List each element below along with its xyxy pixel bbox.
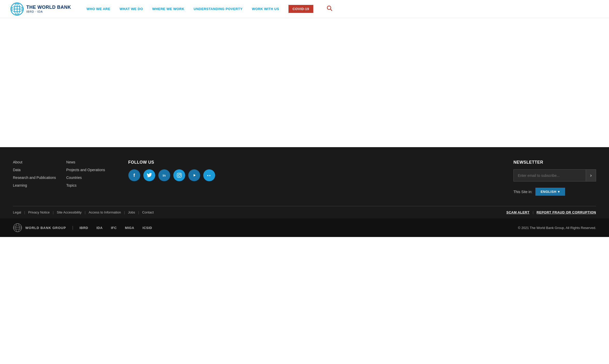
newsletter-submit-button[interactable]: ›: [586, 170, 596, 181]
twitter-icon[interactable]: [143, 169, 155, 181]
footer-follow-section: FOLLOW US f in ●●: [118, 160, 503, 196]
logo-text: THE WORLD BANK IBRD · IDA: [26, 5, 71, 13]
footer-link-data[interactable]: Data: [13, 168, 56, 172]
language-selector-button[interactable]: ENGLISH ▾: [535, 188, 565, 196]
facebook-icon[interactable]: f: [128, 169, 140, 181]
site-language-label: This Site in:: [513, 190, 532, 194]
separator-5: |: [138, 210, 139, 214]
footer-col-2: News Projects and Operations Countries T…: [66, 160, 108, 196]
copyright-text: © 2021 The World Bank Group, All Rights …: [518, 226, 596, 230]
chevron-down-icon: ▾: [558, 190, 560, 194]
main-content: [0, 18, 609, 147]
nav-who-we-are[interactable]: WHO WE ARE: [87, 7, 110, 11]
svg-marker-10: [193, 174, 196, 177]
separator-3: |: [85, 210, 85, 214]
instagram-icon[interactable]: [173, 169, 185, 181]
newsletter-title: NEWSLETTER: [513, 160, 596, 165]
footer-link-about[interactable]: About: [13, 160, 56, 164]
entity-ibrd[interactable]: IBRD: [80, 226, 88, 230]
header: THE WORLD BANK IBRD · IDA WHO WE ARE WHA…: [0, 0, 609, 18]
footer-top: About Data Research and Publications Lea…: [13, 160, 596, 206]
svg-point-9: [180, 174, 181, 175]
svg-line-6: [330, 9, 332, 11]
footer-bottom-bar: Legal | Privacy Notice | Site Accessibil…: [13, 206, 596, 218]
report-fraud-link[interactable]: REPORT FRAUD OR CORRUPTION: [537, 210, 596, 214]
newsletter-form: ›: [513, 169, 596, 181]
newsletter-email-input[interactable]: [514, 170, 586, 181]
footer-bottom-links: Legal | Privacy Notice | Site Accessibil…: [13, 210, 154, 214]
svg-rect-7: [177, 173, 181, 178]
separator-6: |: [533, 210, 533, 214]
scam-alert-link[interactable]: SCAM ALERT: [506, 210, 529, 214]
flickr-icon[interactable]: ●●: [203, 169, 215, 181]
footer-link-jobs[interactable]: Jobs: [128, 210, 135, 214]
nav-what-we-do[interactable]: WHAT WE DO: [120, 7, 143, 11]
entity-ifc[interactable]: IFC: [111, 226, 116, 230]
footer-col-1: About Data Research and Publications Lea…: [13, 160, 56, 196]
site-language: This Site in: ENGLISH ▾: [513, 188, 596, 196]
wb-sep: |: [72, 225, 73, 230]
footer-bottom-right: SCAM ALERT | REPORT FRAUD OR CORRUPTION: [506, 210, 596, 214]
logo-title: THE WORLD BANK: [26, 5, 71, 10]
footer-link-learning[interactable]: Learning: [13, 183, 56, 187]
footer-link-privacy-notice[interactable]: Privacy Notice: [28, 210, 50, 214]
logo-subtitle: IBRD · IDA: [26, 10, 71, 13]
logo-link[interactable]: THE WORLD BANK IBRD · IDA: [10, 2, 71, 16]
footer-link-contact[interactable]: Contact: [142, 210, 154, 214]
main-nav: WHO WE ARE WHAT WE DO WHERE WE WORK UNDE…: [87, 5, 599, 13]
separator-1: |: [24, 210, 25, 214]
entity-icsid[interactable]: ICSID: [143, 226, 152, 230]
linkedin-icon[interactable]: in: [158, 169, 170, 181]
nav-understanding-poverty[interactable]: UNDERSTANDING POVERTY: [194, 7, 243, 11]
footer-newsletter: NEWSLETTER › This Site in: ENGLISH ▾: [513, 160, 596, 196]
footer-link-site-accessibility[interactable]: Site Accessibility: [57, 210, 82, 214]
follow-title: FOLLOW US: [128, 160, 503, 165]
youtube-icon[interactable]: [188, 169, 200, 181]
footer-link-projects[interactable]: Projects and Operations: [66, 168, 108, 172]
wb-group-label: WORLD BANK GROUP: [25, 226, 66, 230]
footer-link-news[interactable]: News: [66, 160, 108, 164]
entity-miga[interactable]: MIGA: [125, 226, 134, 230]
separator-2: |: [53, 210, 53, 214]
footer-link-research[interactable]: Research and Publications: [13, 176, 56, 180]
logo-globe-icon: [10, 2, 24, 16]
footer: About Data Research and Publications Lea…: [0, 147, 609, 218]
social-icons: f in ●●: [128, 169, 503, 181]
footer-very-bottom: WORLD BANK GROUP | IBRD IDA IFC MIGA ICS…: [0, 218, 609, 237]
language-label: ENGLISH: [541, 190, 556, 194]
nav-where-we-work[interactable]: WHERE WE WORK: [152, 7, 184, 11]
footer-link-topics[interactable]: Topics: [66, 183, 108, 187]
footer-link-access-to-information[interactable]: Access to Information: [89, 210, 121, 214]
footer-link-legal[interactable]: Legal: [13, 210, 21, 214]
wb-globe-icon: [13, 223, 22, 232]
entity-ida[interactable]: IDA: [96, 226, 103, 230]
covid-button[interactable]: COVID-19: [288, 5, 313, 13]
footer-link-countries[interactable]: Countries: [66, 176, 108, 180]
separator-4: |: [124, 210, 125, 214]
nav-work-with-us[interactable]: WORK WITH US: [252, 7, 279, 11]
search-icon[interactable]: [327, 5, 332, 13]
svg-point-8: [178, 174, 180, 176]
world-bank-group: WORLD BANK GROUP | IBRD IDA IFC MIGA ICS…: [13, 223, 157, 232]
